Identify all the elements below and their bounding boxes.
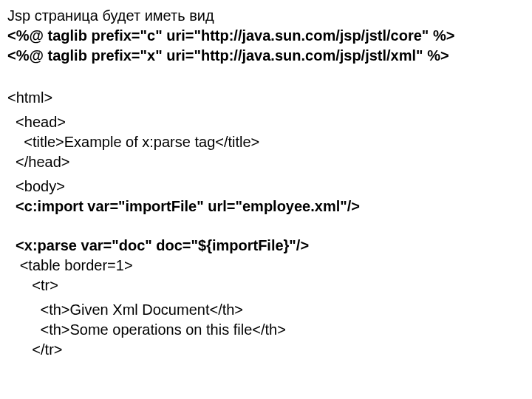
head-open: <head> <box>7 112 525 132</box>
title-tag: <title>Example of x:parse tag</title> <box>7 132 525 152</box>
c-import: <c:import var="importFile" url="employee… <box>7 197 525 216</box>
tr-open: <tr> <box>7 276 525 296</box>
taglib-xml: <%@ taglib prefix="x" uri="http://java.s… <box>7 46 525 66</box>
body-open: <body> <box>7 177 525 197</box>
th-given: <th>Given Xml Document</th> <box>7 300 525 320</box>
tr-close: </tr> <box>7 340 525 360</box>
head-close: </head> <box>7 152 525 172</box>
table-open: <table border=1> <box>7 256 525 276</box>
x-parse: <x:parse var="doc" doc="${importFile}"/> <box>7 236 525 256</box>
th-ops: <th>Some operations on this file</th> <box>7 320 525 340</box>
html-open: <html> <box>7 88 525 108</box>
intro-text: Jsp страница будет иметь вид <box>7 6 525 26</box>
taglib-core: <%@ taglib prefix="c" uri="http://java.s… <box>7 26 525 46</box>
